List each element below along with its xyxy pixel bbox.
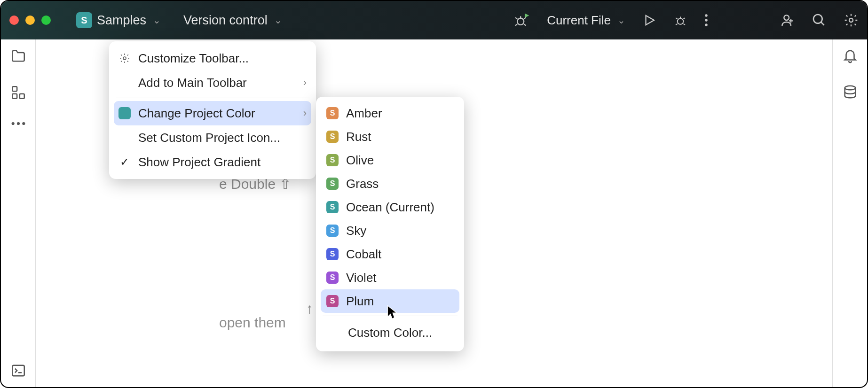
- bug-with-play-icon[interactable]: [514, 12, 530, 28]
- color-swatch-icon: S: [326, 295, 339, 307]
- color-option-label: Plum: [346, 294, 374, 309]
- window-controls: [9, 16, 51, 25]
- color-swatch-icon: S: [326, 131, 339, 143]
- project-color-submenu: SAmberSRustSOliveSGrassSOcean (Current)S…: [316, 97, 464, 351]
- svg-point-3: [705, 19, 708, 22]
- menu-separator: [323, 316, 458, 316]
- navigate-up-arrow-icon: ↑: [306, 301, 313, 317]
- svg-point-5: [784, 15, 789, 20]
- color-option-custom[interactable]: Custom Color...: [316, 319, 464, 347]
- titlebar: S Samples ⌄ Version control ⌄ Current Fi…: [1, 1, 867, 39]
- current-color-swatch: [118, 107, 131, 119]
- svg-rect-9: [19, 94, 24, 99]
- color-option-plum[interactable]: SPlum: [321, 289, 459, 313]
- menu-separator: [116, 98, 309, 98]
- color-swatch-icon: S: [326, 225, 339, 237]
- svg-point-1: [678, 18, 684, 24]
- color-option-label: Amber: [346, 106, 382, 121]
- notifications-bell-icon[interactable]: [842, 48, 858, 64]
- color-option-rust[interactable]: SRust: [316, 125, 464, 148]
- checkmark-icon: ✓: [118, 155, 132, 169]
- color-option-sky[interactable]: SSky: [316, 219, 464, 242]
- svg-rect-8: [12, 86, 17, 91]
- left-tool-rail: [1, 39, 36, 387]
- settings-gear-icon[interactable]: [844, 13, 859, 28]
- color-option-label: Rust: [346, 130, 371, 144]
- close-window-button[interactable]: [9, 16, 19, 25]
- search-icon[interactable]: [812, 13, 827, 28]
- color-option-ocean[interactable]: SOcean (Current): [316, 195, 464, 219]
- color-swatch-icon: S: [326, 248, 339, 260]
- color-option-label: Cobalt: [346, 247, 381, 262]
- svg-point-11: [11, 122, 14, 125]
- svg-point-7: [849, 18, 853, 22]
- more-vertical-icon[interactable]: [704, 13, 708, 27]
- structure-tool-icon[interactable]: [10, 85, 26, 101]
- chevron-down-icon: ⌄: [274, 15, 282, 26]
- menu-label: Show Project Gradient: [138, 155, 307, 170]
- color-option-label: Ocean (Current): [346, 200, 434, 215]
- chevron-right-icon: ›: [303, 107, 307, 119]
- window-frame: S Samples ⌄ Version control ⌄ Current Fi…: [0, 0, 868, 388]
- color-option-amber[interactable]: SAmber: [316, 101, 464, 125]
- color-option-label: Grass: [346, 177, 379, 191]
- color-swatch-icon: S: [326, 107, 339, 119]
- run-config-label: Current File: [547, 13, 611, 28]
- svg-point-15: [844, 86, 855, 90]
- color-option-label: Sky: [346, 224, 366, 238]
- color-option-grass[interactable]: SGrass: [316, 172, 464, 195]
- color-swatch-icon: S: [326, 178, 339, 190]
- svg-point-6: [813, 15, 822, 23]
- chevron-down-icon: ⌄: [153, 15, 161, 26]
- gear-icon: [118, 53, 132, 64]
- svg-point-4: [705, 23, 708, 26]
- color-swatch-icon: S: [326, 272, 339, 284]
- svg-point-13: [22, 122, 25, 125]
- menu-label: Add to Main Toolbar: [138, 76, 297, 90]
- svg-point-2: [705, 14, 708, 17]
- project-color-badge: S: [76, 12, 92, 28]
- color-swatch-icon: S: [326, 201, 339, 213]
- color-option-olive[interactable]: SOlive: [316, 148, 464, 172]
- zoom-window-button[interactable]: [41, 16, 51, 25]
- toolbar-context-menu: Customize Toolbar... Add to Main Toolbar…: [109, 41, 316, 179]
- menu-add-to-main-toolbar[interactable]: Add to Main Toolbar ›: [109, 70, 316, 95]
- recent-files-hint: open them: [219, 315, 286, 331]
- debug-icon[interactable]: [673, 13, 687, 27]
- color-option-label: Olive: [346, 153, 374, 168]
- more-horizontal-icon[interactable]: [10, 121, 26, 126]
- chevron-down-icon: ⌄: [617, 15, 625, 26]
- terminal-tool-icon[interactable]: [10, 363, 26, 379]
- project-selector[interactable]: S Samples ⌄: [71, 9, 166, 31]
- svg-rect-14: [12, 365, 24, 376]
- color-option-violet[interactable]: SViolet: [316, 266, 464, 289]
- menu-customize-toolbar[interactable]: Customize Toolbar...: [109, 46, 316, 70]
- right-tool-rail: [832, 39, 867, 387]
- color-option-label: Violet: [346, 271, 377, 285]
- minimize-window-button[interactable]: [25, 16, 35, 25]
- vcs-label: Version control: [183, 13, 268, 28]
- menu-label: Customize Toolbar...: [138, 51, 307, 66]
- code-with-me-icon[interactable]: [780, 13, 795, 28]
- run-config-selector[interactable]: Current File ⌄: [547, 13, 625, 28]
- chevron-right-icon: ›: [303, 77, 307, 89]
- svg-point-0: [517, 18, 524, 25]
- menu-label: Set Custom Project Icon...: [138, 131, 307, 145]
- vcs-widget[interactable]: Version control ⌄: [179, 10, 287, 31]
- color-swatch-icon: S: [326, 154, 339, 166]
- database-tool-icon[interactable]: [842, 85, 858, 101]
- menu-set-custom-icon[interactable]: Set Custom Project Icon...: [109, 125, 316, 150]
- color-option-cobalt[interactable]: SCobalt: [316, 242, 464, 266]
- run-icon[interactable]: [642, 13, 656, 27]
- project-name-label: Samples: [97, 13, 146, 28]
- svg-point-12: [16, 122, 19, 125]
- svg-point-16: [123, 57, 126, 60]
- menu-label: Change Project Color: [138, 106, 297, 121]
- svg-rect-10: [12, 94, 17, 99]
- project-tool-icon[interactable]: [10, 48, 26, 64]
- menu-change-project-color[interactable]: Change Project Color ›: [114, 101, 311, 125]
- menu-show-project-gradient[interactable]: ✓ Show Project Gradient: [109, 150, 316, 174]
